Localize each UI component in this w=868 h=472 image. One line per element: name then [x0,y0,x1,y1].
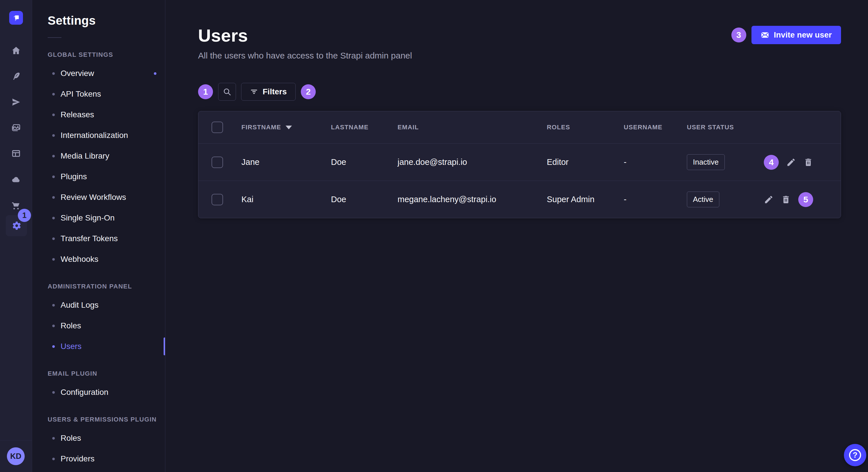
help-button[interactable]: ? [844,444,866,466]
sidebar-item-media-library[interactable]: Media Library [32,146,165,166]
table-toolbar: 1 Filters 2 [198,83,841,101]
column-header-email: EMAIL [394,124,544,131]
cell-email: jane.doe@strapi.io [394,158,544,167]
overview-notification-dot [154,72,156,75]
bullet-icon [52,258,55,261]
column-header-lastname: LASTNAME [328,124,394,131]
section-administration-panel: ADMINISTRATION PANEL [32,283,165,290]
settings-sidebar: Settings GLOBAL SETTINGS Overview API To… [32,0,165,472]
column-header-user-status: USER STATUS [683,124,764,131]
cell-roles: Super Admin [544,195,620,204]
status-badge: Active [687,192,719,207]
email-plugin-list: Configuration [32,382,165,403]
bullet-icon [52,217,55,220]
status-badge: Inactive [687,154,725,170]
sidebar-item-transfer-tokens[interactable]: Transfer Tokens [32,228,165,249]
cell-username: - [620,158,683,167]
sidebar-item-releases[interactable]: Releases [32,104,165,125]
section-users-permissions-plugin: USERS & PERMISSIONS PLUGIN [32,416,165,423]
sidebar-item-audit-logs[interactable]: Audit Logs [32,295,165,315]
invite-new-user-button[interactable]: Invite new user [751,26,841,44]
main-content: Users All the users who have access to t… [165,0,868,472]
cell-username: - [620,195,683,204]
sidebar-item-api-tokens[interactable]: API Tokens [32,84,165,104]
section-global-settings: GLOBAL SETTINGS [32,51,165,59]
nav-settings-icon[interactable]: 1 [6,215,27,236]
bullet-icon [52,325,55,327]
cell-firstname: Jane [238,158,328,167]
trash-icon [781,195,791,204]
main-nav-rail: 1 KD [0,0,32,472]
user-avatar[interactable]: KD [7,447,25,465]
column-header-firstname: FIRSTNAME [241,124,281,131]
nav-content-manager-icon[interactable] [8,68,24,84]
users-permissions-list: Roles Providers [32,428,165,469]
bullet-icon [52,196,55,199]
nav-home-icon[interactable] [8,42,24,59]
filter-icon [250,88,258,96]
sidebar-item-review-workflows[interactable]: Review Workflows [32,187,165,208]
page-subtitle: All the users who have access to the Str… [198,51,412,61]
select-all-checkbox[interactable] [212,122,223,133]
annotation-badge-4: 4 [764,155,779,170]
bullet-icon [52,391,55,394]
administration-panel-list: Audit Logs Roles Users [32,295,165,357]
nav-media-library-icon[interactable] [8,120,24,136]
strapi-logo[interactable] [9,11,23,25]
column-header-roles: ROLES [544,124,620,131]
table-row: Kai Doe megane.lacheny@strapi.io Super A… [198,181,841,218]
sidebar-item-internationalization[interactable]: Internationalization [32,125,165,146]
page-title: Users [198,25,412,45]
edit-user-button[interactable] [786,158,796,167]
filters-button[interactable]: Filters [241,83,296,101]
bullet-icon [52,155,55,158]
nav-deploy-cloud-icon[interactable] [8,171,24,188]
sort-desc-icon[interactable] [286,126,292,129]
bullet-icon [52,237,55,240]
sidebar-title-divider [48,37,61,38]
trash-icon [803,158,813,167]
sidebar-item-users[interactable]: Users [32,336,165,357]
sidebar-item-up-roles[interactable]: Roles [32,428,165,448]
global-settings-list: Overview API Tokens Releases Internation… [32,63,165,270]
cell-roles: Editor [544,158,620,167]
row-checkbox[interactable] [212,157,223,168]
bullet-icon [52,72,55,75]
pencil-icon [764,195,774,204]
envelope-icon [761,31,769,39]
delete-user-button[interactable] [803,158,813,167]
sidebar-item-plugins[interactable]: Plugins [32,166,165,187]
column-header-username: USERNAME [620,124,683,131]
sidebar-item-single-sign-on[interactable]: Single Sign-On [32,208,165,228]
bullet-icon [52,175,55,178]
sidebar-item-admin-roles[interactable]: Roles [32,315,165,336]
cell-lastname: Doe [328,158,394,167]
users-table: FIRSTNAME LASTNAME EMAIL ROLES USERNAME … [198,111,841,218]
sidebar-item-webhooks[interactable]: Webhooks [32,249,165,270]
annotation-badge-2: 2 [301,84,316,99]
sidebar-item-providers[interactable]: Providers [32,448,165,469]
bullet-icon [52,93,55,96]
table-row: Jane Doe jane.doe@strapi.io Editor - Ina… [198,143,841,181]
sidebar-item-overview[interactable]: Overview [32,63,165,84]
strapi-admin-app: 1 KD Settings GLOBAL SETTINGS Overview A… [0,0,868,472]
nav-releases-icon[interactable] [8,94,24,110]
page-header: Users All the users who have access to t… [198,25,841,61]
cell-email: megane.lacheny@strapi.io [394,195,544,204]
search-button[interactable] [218,83,236,101]
settings-notification-badge: 1 [18,209,31,222]
row-checkbox[interactable] [212,194,223,205]
delete-user-button[interactable] [781,195,791,204]
bullet-icon [52,304,55,307]
annotation-badge-1: 1 [198,84,213,99]
sidebar-item-configuration[interactable]: Configuration [32,382,165,403]
table-header-row: FIRSTNAME LASTNAME EMAIL ROLES USERNAME … [198,111,841,143]
nav-content-type-builder-icon[interactable] [8,146,24,162]
bullet-icon [52,345,55,348]
cell-lastname: Doe [328,195,394,204]
bullet-icon [52,134,55,137]
pencil-icon [786,158,796,167]
annotation-badge-3: 3 [732,28,746,42]
edit-user-button[interactable] [764,195,774,204]
cell-firstname: Kai [238,195,328,204]
